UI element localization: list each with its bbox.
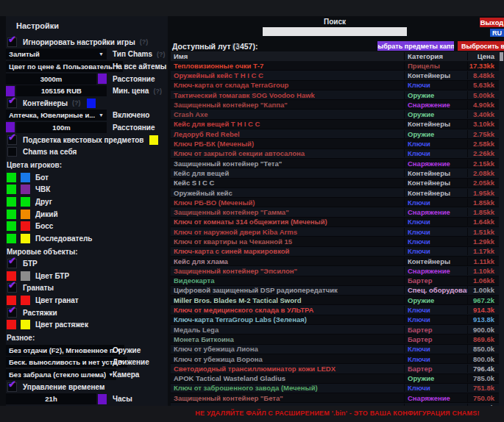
select-kappa-items-button[interactable]: Выбрать предметы каппа xyxy=(377,41,454,51)
dropdown[interactable]: Аптечка, Ювелирные и...▼ xyxy=(6,110,107,121)
color-swatch[interactable] xyxy=(21,185,30,194)
table-row[interactable]: Защищенный контейнер "Гамма"Снаряжение1.… xyxy=(171,207,499,217)
column-header-category[interactable]: Категория xyxy=(404,52,467,60)
color-swatch[interactable] xyxy=(21,221,30,231)
table-row[interactable]: Кейс S I C CКонтейнеры2.05kk xyxy=(171,179,499,188)
color-swatch[interactable] xyxy=(7,185,16,194)
table-row[interactable]: Защищенный контейнер "Эпсилон"Снаряжение… xyxy=(171,266,499,276)
color-swatch[interactable] xyxy=(98,394,107,404)
color-swatch[interactable] xyxy=(21,210,30,219)
table-row[interactable]: ВидеокартаБартер1.06kk xyxy=(171,276,499,286)
checkbox[interactable]: ✔ xyxy=(7,99,17,108)
item-name: Монета Биткоина xyxy=(171,335,404,343)
table-row[interactable]: Ключ-карта TerraGroup Labs (Зеленая)Ключ… xyxy=(171,315,499,325)
setting-row-dropdown: Аптечка, Ювелирные и...▼Включено xyxy=(6,110,168,122)
setting-label: Тип Chams xyxy=(113,50,152,58)
color-swatch[interactable] xyxy=(98,74,107,84)
setting-row-checkbox: ✔Контейнеры(?) xyxy=(6,97,168,110)
setting-row-dropdown: Без отдачи (F2), Мгновенное п▼Оружие xyxy=(6,344,168,357)
color-swatch[interactable] xyxy=(21,296,30,305)
color-swatch[interactable] xyxy=(21,234,30,243)
table-row[interactable]: Защищенный контейнер "Бета"Снаряжение750… xyxy=(171,393,499,403)
table-row[interactable]: Miller Bros. Blades M-2 Tactical SwordОр… xyxy=(171,296,499,305)
color-swatch[interactable] xyxy=(21,271,30,281)
item-category: Ключи xyxy=(404,81,467,89)
table-row[interactable]: Цифровой защищенный DSP радиопередатчикС… xyxy=(171,286,499,296)
table-row[interactable]: Светодиодный трансиллюминатор кожи LEDXБ… xyxy=(171,364,499,373)
item-name: Видеокарта xyxy=(171,276,404,285)
table-row[interactable]: Оружейный кейсКонтейнеры1.95kk xyxy=(171,188,499,198)
item-name: Оружейный кейс xyxy=(171,189,404,197)
checkbox[interactable] xyxy=(7,147,17,157)
scrollbar-thumb[interactable] xyxy=(500,52,503,61)
value-input[interactable]: 100m xyxy=(16,122,107,133)
item-price: 1.95kk xyxy=(467,189,499,197)
dropdown[interactable]: Без забрала (стекло шлема)▼ xyxy=(6,369,116,380)
table-row[interactable]: Тактический томагавк SOG Voodoo HawkОруж… xyxy=(171,90,499,100)
table-row[interactable]: Ключ-карта с синей маркировкойКлючи1.17k… xyxy=(171,247,499,257)
color-swatch[interactable] xyxy=(21,173,30,182)
value-input[interactable]: 21h xyxy=(6,393,96,404)
color-swatch[interactable] xyxy=(7,173,16,182)
checkbox[interactable]: ✔ xyxy=(7,382,17,392)
checkbox[interactable]: ✔ xyxy=(7,135,17,145)
dropdown[interactable]: Залитый▼ xyxy=(6,49,107,60)
table-row[interactable]: Ключ от заброшенного завода (Меченый)Клю… xyxy=(171,384,499,393)
color-swatch[interactable] xyxy=(7,210,16,219)
color-swatch[interactable] xyxy=(7,221,16,231)
item-price: 1.17kk xyxy=(467,247,499,255)
dropdown[interactable]: Беск. выносливость и нет уста▼ xyxy=(6,357,127,368)
value-input[interactable]: 105156 RUB xyxy=(16,85,107,96)
table-scrollbar[interactable] xyxy=(499,51,504,406)
table-row[interactable]: Медаль LegaБартер900.0k xyxy=(171,325,499,335)
check-icon: ✔ xyxy=(8,379,16,389)
value-input[interactable]: 3000m xyxy=(6,74,96,85)
table-row[interactable]: Защищенный контейнер "Каппа"Снаряжение4.… xyxy=(171,100,499,110)
item-category: Контейнеры xyxy=(404,189,467,197)
table-row[interactable]: Crash AxeОружие3.40kk xyxy=(171,110,499,119)
table-row[interactable]: Защищенный контейнер "Тета"Снаряжение2.1… xyxy=(171,159,499,168)
table-row[interactable]: APOK Tactical Wasteland GladiusОружие785… xyxy=(171,374,499,384)
color-swatch[interactable] xyxy=(7,320,16,329)
checkbox[interactable]: ✔ xyxy=(7,308,17,318)
table-row[interactable]: Ключ от квартиры на Чеканной 15Ключи1.29… xyxy=(171,237,499,246)
table-row[interactable]: Ключ-карта от склада TerraGroupКлючи5.63… xyxy=(171,81,499,90)
search-input[interactable] xyxy=(263,27,407,36)
table-row[interactable]: Ледоруб Red RebelОружие2.75kk xyxy=(171,129,499,139)
table-row[interactable]: Ключ РБ-БК (Меченый)Ключи2.58kk xyxy=(171,139,499,149)
item-price: 750.0k xyxy=(467,394,499,402)
color-swatch[interactable] xyxy=(149,135,158,145)
table-row[interactable]: Оружейный кейс T H I C CКонтейнеры8.48kk xyxy=(171,71,499,80)
table-row[interactable]: Ключ от убежища ВоронаКлючи800.0k xyxy=(171,354,499,364)
column-header-name[interactable]: Имя xyxy=(171,52,404,60)
table-row[interactable]: Кейс для хламаКонтейнеры1.11kk xyxy=(171,257,499,266)
table-row[interactable]: Кейс для вещейКонтейнеры2.08kk xyxy=(171,168,499,178)
help-icon: (?) xyxy=(140,38,149,46)
color-swatch[interactable] xyxy=(21,197,30,207)
table-row[interactable]: Ключ от комнаты 314 общежития (Меченый)К… xyxy=(171,218,499,227)
setting-row-input: 105156 RUBМин. цена(?) xyxy=(6,85,168,97)
language-button[interactable]: RU xyxy=(490,29,504,37)
color-swatch[interactable] xyxy=(7,234,16,243)
table-row[interactable]: Ключ от закрытой секции автосалонаКлючи2… xyxy=(171,149,499,159)
color-swatch[interactable] xyxy=(7,197,16,207)
table-row[interactable]: Ключ от медицинского склада в УЛЬТРАКлюч… xyxy=(171,305,499,315)
item-name: Защищенный контейнер "Эпсилон" xyxy=(171,267,404,275)
table-row[interactable]: Кейс для вещей T H I C CКонтейнеры3.10kk xyxy=(171,120,499,129)
dropdown[interactable]: Цвет по цене & Пользователь▼ xyxy=(6,61,123,72)
table-row[interactable]: Тепловизионные очки Т-7Прицелы17.33kk xyxy=(171,61,499,71)
checkbox[interactable]: ✔ xyxy=(7,37,17,47)
window-title-bar xyxy=(0,0,504,16)
checkbox[interactable]: ✔ xyxy=(7,283,17,293)
checkbox[interactable]: ✔ xyxy=(7,259,17,268)
dropdown[interactable]: Без отдачи (F2), Мгновенное п▼ xyxy=(6,345,124,356)
table-row[interactable]: Ключ РБ-ВО (Меченый)Ключи1.85kk xyxy=(171,198,499,207)
exit-button[interactable]: Выход xyxy=(480,18,504,27)
table-row[interactable]: Монета БиткоинаБартер869.6k xyxy=(171,335,499,344)
table-row[interactable]: Ключ от убежища ЛионаКлючи850.0k xyxy=(171,345,499,354)
color-swatch[interactable] xyxy=(87,99,96,108)
table-row[interactable]: Ключ от наружной двери Kiba ArmsКлючи1.5… xyxy=(171,227,499,237)
column-header-price[interactable]: Цена xyxy=(467,52,499,60)
color-swatch[interactable] xyxy=(21,320,30,329)
drop-all-button[interactable]: Выбросить все xyxy=(458,41,504,51)
